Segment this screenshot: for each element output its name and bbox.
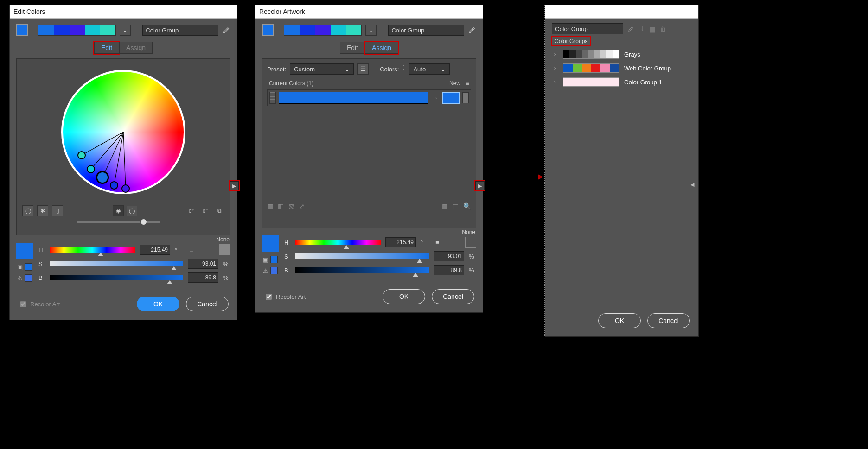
current-color-bar[interactable]: [279, 92, 428, 104]
base-color-swatch[interactable]: [262, 24, 274, 36]
chevron-right-icon[interactable]: ›: [552, 79, 558, 85]
chevron-right-icon[interactable]: ›: [552, 65, 558, 71]
color-wheel[interactable]: [61, 70, 185, 194]
link-colors-icon[interactable]: ⧉: [214, 206, 224, 216]
cancel-button[interactable]: Cancel: [647, 313, 690, 328]
h-value-input[interactable]: [140, 245, 170, 255]
preset-select[interactable]: Custom⌄: [290, 63, 354, 75]
group-swatches[interactable]: [284, 25, 362, 36]
color-groups-panel: ⤓ ▆ 🗑 Color Groups › Grays › Web Color G…: [545, 5, 699, 337]
wheel-handle[interactable]: [77, 151, 86, 159]
recolor-artwork-dialog: Recolor Artwork ⌄ Edit Assign Preset: Cu…: [255, 5, 483, 313]
chevron-right-icon[interactable]: ›: [552, 51, 558, 57]
current-color-swatch[interactable]: [16, 243, 33, 259]
swatch-dropdown-button[interactable]: ⌄: [120, 25, 130, 36]
color-group-name-input[interactable]: [552, 23, 623, 34]
cancel-button[interactable]: Cancel: [432, 289, 474, 304]
group-swatches[interactable]: [38, 25, 116, 36]
tab-assign[interactable]: Assign: [119, 42, 153, 54]
brightness-slider[interactable]: [77, 221, 160, 223]
exclude-icon[interactable]: ▧: [288, 202, 294, 210]
recolor-art-checkbox[interactable]: Recolor Art: [264, 292, 306, 301]
tab-edit[interactable]: Edit: [340, 42, 365, 54]
color-group-name-input[interactable]: [388, 25, 464, 36]
expand-panel-button[interactable]: ▶: [230, 181, 239, 190]
h-value-input[interactable]: [385, 237, 416, 247]
preset-options-icon[interactable]: ☰: [357, 63, 369, 75]
recolor-art-checkbox[interactable]: Recolor Art: [18, 300, 60, 309]
b-slider[interactable]: [295, 267, 429, 273]
wheel-handle[interactable]: [110, 181, 118, 190]
collapse-panel-button[interactable]: ◀: [689, 181, 696, 188]
preset-value: Custom: [294, 66, 315, 73]
expand-panel-button[interactable]: ▶: [475, 181, 485, 190]
ok-button[interactable]: OK: [137, 297, 179, 311]
radio-sat-icon[interactable]: ◯: [127, 206, 137, 216]
randomize-icon[interactable]: ▥: [453, 202, 459, 210]
current-color-swatch[interactable]: [262, 235, 279, 252]
b-slider[interactable]: [50, 275, 183, 280]
radio-brightness-icon[interactable]: ◉: [113, 205, 124, 216]
s-slider[interactable]: [295, 253, 429, 259]
save-group-icon[interactable]: ⤓: [640, 25, 645, 32]
h-slider[interactable]: [50, 247, 135, 253]
mini-swatch[interactable]: [25, 274, 32, 282]
ok-button[interactable]: OK: [598, 313, 641, 328]
s-unit: %: [223, 260, 230, 267]
color-group-row[interactable]: › Color Group 1: [552, 75, 692, 89]
add-color-icon[interactable]: o⁺: [186, 206, 197, 216]
newrow-icon[interactable]: ⤢: [299, 202, 305, 210]
eyedropper-icon[interactable]: [222, 26, 230, 34]
merge-icon[interactable]: ▥: [267, 202, 273, 210]
s-value-input[interactable]: [188, 259, 218, 269]
trash-icon[interactable]: 🗑: [660, 25, 666, 32]
b-value-input[interactable]: [434, 265, 464, 275]
mini-swatch[interactable]: [270, 267, 278, 274]
colors-select[interactable]: Auto⌄: [409, 63, 450, 75]
ok-button[interactable]: OK: [383, 289, 425, 304]
arrow-icon: →: [431, 94, 439, 101]
find-icon[interactable]: 🔍: [463, 202, 471, 210]
wheel-handle-primary[interactable]: [96, 171, 109, 184]
wheel-handle[interactable]: [121, 184, 130, 193]
h-slider[interactable]: [295, 240, 381, 245]
color-group-name-input[interactable]: [142, 25, 218, 36]
wheel-handle[interactable]: [87, 165, 95, 173]
base-color-swatch[interactable]: [16, 24, 28, 36]
menu-icon[interactable]: ≡: [187, 247, 196, 253]
stepper-icon[interactable]: ˄˅: [402, 65, 405, 73]
mini-swatch[interactable]: [25, 263, 32, 271]
remove-color-icon[interactable]: o⁻: [200, 206, 211, 216]
split-icon[interactable]: ▥: [278, 202, 284, 210]
folder-icon[interactable]: ▆: [650, 25, 655, 32]
new-color-swatch[interactable]: [442, 92, 460, 104]
grid-icon[interactable]: [219, 244, 230, 255]
b-value-input[interactable]: [188, 272, 218, 283]
eyedropper-icon[interactable]: [468, 26, 476, 34]
s-value-input[interactable]: [434, 251, 464, 261]
s-slider[interactable]: [50, 261, 183, 266]
h-label: H: [38, 247, 45, 253]
reduce-icon[interactable]: ▥: [442, 202, 448, 210]
cancel-button[interactable]: Cancel: [186, 297, 229, 311]
grid-icon[interactable]: [465, 237, 476, 248]
bars-icon[interactable]: ▯: [52, 205, 63, 216]
grip-icon[interactable]: [269, 92, 276, 104]
color-assign-row[interactable]: →: [267, 89, 471, 106]
recolor-art-input[interactable]: [20, 301, 26, 307]
smooth-wheel-icon[interactable]: ◯: [22, 205, 33, 216]
row-menu-icon[interactable]: ≡: [466, 80, 469, 87]
mini-swatch[interactable]: [270, 256, 278, 263]
dropdown-icon[interactable]: [462, 92, 469, 103]
color-group-row[interactable]: › Grays: [552, 47, 692, 61]
footer: OK Cancel: [545, 306, 698, 336]
eyedropper-icon[interactable]: [628, 25, 635, 33]
recolor-art-input[interactable]: [266, 294, 272, 300]
color-group-row[interactable]: › Web Color Group: [552, 61, 692, 75]
swatch-dropdown-button[interactable]: ⌄: [365, 25, 376, 36]
seg-wheel-icon[interactable]: ✱: [37, 205, 48, 216]
tab-edit[interactable]: Edit: [94, 42, 119, 54]
menu-icon[interactable]: ≡: [433, 239, 442, 246]
tab-assign[interactable]: Assign: [365, 42, 398, 54]
wheel-mode-row: ◯ ✱ ▯ ◉ ◯ o⁺ o⁻ ⧉: [21, 202, 225, 219]
